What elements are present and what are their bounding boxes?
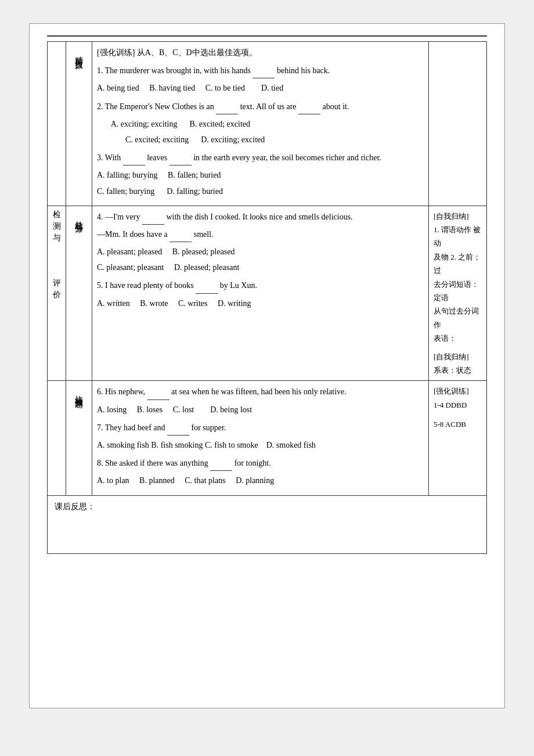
question-6: 6. His nephew, at sea when he was fiftee… bbox=[97, 384, 424, 416]
page: 精讲与点拨 [强化训练] 从A、B、C、D中选出最佳选项。 1. The mur… bbox=[29, 23, 505, 708]
right-note-7: [自我归纳] bbox=[434, 350, 482, 363]
q5-text: 5. I have read plenty of books by Lu Xun… bbox=[97, 278, 424, 293]
q6-options: A. losing B. loses C. lost D. being lost bbox=[97, 402, 424, 417]
section-3-label bbox=[48, 381, 66, 495]
q2-options2: C. excited; exciting D. exciting; excite… bbox=[97, 132, 424, 147]
content-section-3: 6. His nephew, at sea when he was fiftee… bbox=[92, 381, 429, 495]
q4-text: 4. —I'm very with the dish I cooked. It … bbox=[97, 210, 424, 225]
sub-label-dabiao: 达标检测题 bbox=[66, 381, 92, 495]
footer-section: 课后反思： bbox=[47, 496, 487, 554]
sub-label-text-zongjie: 总结与升华 bbox=[71, 210, 86, 225]
q3-text: 3. With leaves in the earth every year, … bbox=[97, 150, 424, 165]
q8-text: 8. She asked if there was anything for t… bbox=[97, 456, 424, 471]
label-jia: 价 bbox=[53, 290, 61, 300]
top-divider bbox=[47, 35, 487, 37]
content-section-2: 4. —I'm very with the dish I cooked. It … bbox=[92, 206, 429, 381]
question-5: 5. I have read plenty of books by Lu Xun… bbox=[97, 278, 424, 310]
q2-blank1 bbox=[216, 99, 238, 114]
q1-options: A. being tied B. having tied C. to be ti… bbox=[97, 81, 424, 95]
q7-text: 7. They had beef and for supper. bbox=[97, 420, 424, 435]
right-note-4: 去分词短语：定语 bbox=[434, 278, 482, 305]
q1-blank bbox=[252, 63, 275, 78]
label-ce: 测 bbox=[53, 221, 61, 232]
q1-number: 1. bbox=[97, 66, 105, 75]
right-note-5: 从句过去分词作 bbox=[434, 304, 482, 332]
q8-blank bbox=[210, 456, 232, 471]
sub-label-text-jijang: 精讲与点拨 bbox=[71, 45, 86, 60]
q3-blank2 bbox=[169, 150, 192, 165]
right-answer-label: [强化训练] bbox=[434, 384, 482, 398]
content-section-1: [强化训练] 从A、B、C、D中选出最佳选项。 1. The murderer … bbox=[92, 42, 429, 206]
label-ping: 评 bbox=[53, 278, 61, 289]
section-1-row: 精讲与点拨 [强化训练] 从A、B、C、D中选出最佳选项。 1. The mur… bbox=[48, 42, 487, 206]
q2-options1: A. exciting; exciting B. excited; excite… bbox=[97, 117, 424, 131]
label-yu: 与 bbox=[53, 233, 61, 243]
q4-options1: A. pleasant; pleased B. pleased; pleased bbox=[97, 244, 424, 259]
question-4: 4. —I'm very with the dish I cooked. It … bbox=[97, 210, 424, 275]
right-note-1: [自我归纳] bbox=[434, 210, 482, 223]
right-answer-1: 1-4 DDBD bbox=[434, 398, 482, 412]
q5-blank bbox=[196, 278, 218, 293]
question-3: 3. With leaves in the earth every year, … bbox=[97, 150, 424, 199]
q6-blank bbox=[147, 384, 169, 399]
right-note-6: 表语： bbox=[434, 332, 482, 345]
section-2-label: 检 测 与 评 价 bbox=[48, 206, 66, 381]
q1-text: 1. The murderer was brought in, with his… bbox=[97, 63, 424, 78]
right-note-3: 及物 2. 之前；过 bbox=[434, 250, 482, 278]
right-answer-2: 5-8 ACDB bbox=[434, 417, 482, 431]
sub-label-jijangydianbo: 精讲与点拨 bbox=[66, 42, 92, 206]
question-2: 2. The Emperor's New Clothes is an text.… bbox=[97, 99, 424, 147]
sub-label-text-dabiao: 达标检测题 bbox=[71, 384, 86, 399]
intro-label: [强化训练] 从A、B、C、D中选出最佳选项。 bbox=[97, 48, 257, 57]
main-table: 精讲与点拨 [强化训练] 从A、B、C、D中选出最佳选项。 1. The mur… bbox=[47, 41, 487, 496]
section-3-row: 达标检测题 6. His nephew, at sea when he was … bbox=[48, 381, 487, 495]
q4-blank1 bbox=[142, 210, 164, 225]
q6-text: 6. His nephew, at sea when he was fiftee… bbox=[97, 384, 424, 399]
right-cell-1 bbox=[429, 42, 487, 206]
right-note-8: 系表：状态 bbox=[434, 363, 482, 377]
question-7: 7. They had beef and for supper. A. smok… bbox=[97, 420, 424, 452]
footer-label: 课后反思： bbox=[55, 502, 95, 511]
intro-text: [强化训练] 从A、B、C、D中选出最佳选项。 bbox=[97, 45, 424, 60]
q4-blank2 bbox=[169, 227, 192, 242]
q5-options: A. written B. wrote C. writes D. writing bbox=[97, 296, 424, 311]
q3-blank1 bbox=[123, 150, 145, 165]
sub-label-zongjie: 总结与升华 bbox=[66, 206, 92, 381]
question-1: 1. The murderer was brought in, with his… bbox=[97, 63, 424, 95]
section-2-row: 检 测 与 评 价 总结与升华 4. —I'm very with the di… bbox=[48, 206, 487, 381]
q7-options: A. smoking fish B. fish smoking C. fish … bbox=[97, 438, 424, 452]
right-cell-2: [自我归纳] 1. 谓语动作 被动 及物 2. 之前；过 去分词短语：定语 从句… bbox=[429, 206, 487, 381]
q8-options: A. to plan B. planned C. that plans D. p… bbox=[97, 473, 424, 488]
q4-text2: —Mm. It does have a smell. bbox=[97, 227, 424, 242]
q3-options2: C. fallen; burying D. falling; buried bbox=[97, 184, 424, 199]
q4-options2: C. pleasant; pleasant D. pleased; pleasa… bbox=[97, 260, 424, 275]
right-note-2: 1. 谓语动作 被动 bbox=[434, 223, 482, 250]
q7-blank bbox=[167, 420, 189, 435]
q2-blank2 bbox=[298, 99, 320, 114]
q2-text: 2. The Emperor's New Clothes is an text.… bbox=[97, 99, 424, 114]
section-1-label bbox=[48, 42, 66, 206]
label-jian: 检 bbox=[53, 210, 61, 220]
right-cell-3: [强化训练] 1-4 DDBD 5-8 ACDB bbox=[429, 381, 487, 495]
q3-options1: A. falling; burying B. fallen; buried bbox=[97, 168, 424, 182]
question-8: 8. She asked if there was anything for t… bbox=[97, 456, 424, 488]
